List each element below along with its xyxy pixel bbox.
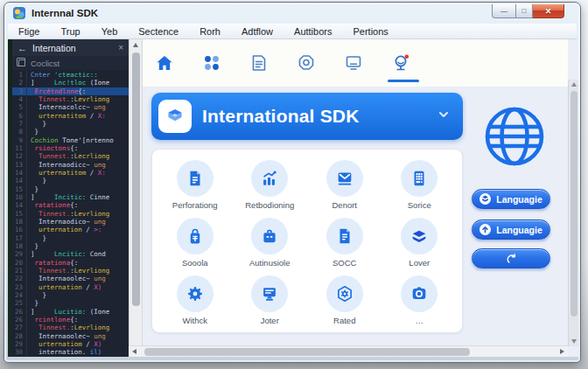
- code-text: ] Lncitic: Cond: [27, 250, 106, 258]
- refresh-button[interactable]: [472, 248, 550, 268]
- menu-pertions[interactable]: Pertions: [342, 26, 398, 37]
- language-button-1[interactable]: Languagie: [472, 189, 550, 209]
- code-line[interactable]: 12 Tunnest.:Lecrliong: [12, 152, 129, 160]
- grid-item-sooola[interactable]: Sooola: [158, 214, 233, 272]
- code-line[interactable]: 27 Tinnest.:Levrliong: [12, 324, 129, 331]
- code-line[interactable]: 6 urternatitom / X:: [12, 112, 129, 120]
- code-line-highlighted[interactable]: 3 Ercétndlnne{:: [12, 87, 129, 95]
- menu-auttibors[interactable]: Auttibors: [284, 26, 342, 37]
- back-arrow-icon[interactable]: ←: [18, 43, 27, 53]
- editor-scrollbar-thumb[interactable]: [132, 52, 140, 306]
- code-line[interactable]: 7 }: [12, 120, 129, 128]
- display-icon[interactable]: [343, 52, 364, 73]
- scroll-right-icon[interactable]: [556, 349, 568, 354]
- menu-rorh[interactable]: Rorh: [189, 26, 231, 37]
- language-button-2[interactable]: Languagie: [472, 219, 550, 240]
- code-line[interactable]: 10] Incitic: Cinne: [12, 193, 129, 201]
- code-line[interactable]: 2] Lnc!tloc (Ione: [12, 79, 129, 87]
- grid-item-joter[interactable]: Joter: [233, 271, 308, 329]
- code-line[interactable]: 14 ratatione{:: [12, 201, 129, 209]
- code-line[interactable]: 24 }: [12, 291, 129, 299]
- code-line[interactable]: 23 urternation / X): [12, 283, 129, 291]
- menu-adtflow[interactable]: Adtflow: [231, 26, 284, 37]
- title-bar[interactable]: Internnal SDK — □ ✕: [4, 3, 580, 24]
- grid-item-label: Joter: [261, 316, 279, 325]
- main-scrollbar[interactable]: [568, 80, 578, 346]
- grid-item-[interactable]: …: [382, 271, 458, 329]
- code-line[interactable]: 26 rcintlone{:: [12, 316, 129, 324]
- code-line[interactable]: 18 }: [12, 242, 129, 250]
- menu-sectence[interactable]: Sectence: [128, 26, 189, 37]
- grid-item-socc[interactable]: SOCC: [307, 214, 382, 272]
- code-line[interactable]: 8 }: [12, 128, 129, 136]
- code-line[interactable]: 15 }: [12, 185, 129, 193]
- line-number: 26: [12, 308, 27, 316]
- copy-icon[interactable]: [18, 59, 25, 66]
- editor-scrollbar[interactable]: [129, 39, 143, 357]
- apps-icon[interactable]: [201, 52, 222, 73]
- sdk-box-icon: [158, 100, 192, 133]
- code-line[interactable]: 9Cochion Tone'[nrtenno: [12, 136, 129, 144]
- code-line[interactable]: 18 Internaodico~ ung: [12, 218, 129, 226]
- grid-item-retbodioning[interactable]: Retbodioning: [233, 157, 308, 214]
- editor-tab-header[interactable]: ← Internation ×: [12, 39, 129, 56]
- document-icon: [177, 160, 214, 197]
- code-line[interactable]: 15 Tinnest.:Levrliong: [12, 210, 129, 218]
- line-number: 29: [12, 340, 27, 348]
- sdk-banner[interactable]: International SDK: [151, 93, 463, 140]
- home-icon[interactable]: [154, 52, 175, 73]
- globe-icon: [482, 104, 547, 169]
- minimize-button[interactable]: —: [492, 4, 516, 18]
- close-button[interactable]: ✕: [533, 4, 564, 18]
- code-line[interactable]: 5 Internacolcc~ ung: [12, 103, 129, 111]
- tab-close-icon[interactable]: ×: [118, 43, 123, 52]
- code-line[interactable]: 14 }: [12, 177, 129, 184]
- scroll-up-icon[interactable]: [569, 80, 578, 89]
- line-number: 14: [12, 177, 27, 184]
- code-lines[interactable]: 1Cnter 'cteactic::2] Lnc!tloc (Ione3 Erc…: [12, 71, 129, 357]
- code-line[interactable]: 21 Tinnest.:Levrliong: [12, 267, 129, 275]
- menu-trup[interactable]: Trup: [50, 26, 90, 37]
- code-line[interactable]: 13 Internaodicc~ ung: [12, 161, 129, 169]
- code-text: Tinnest.:Levrliong: [27, 210, 109, 218]
- line-number: 4: [12, 95, 27, 103]
- code-text: urternation / X): [27, 283, 102, 291]
- menu-ftige[interactable]: Ftige: [8, 26, 50, 37]
- grid-item-rated[interactable]: Rated: [307, 271, 382, 329]
- code-line[interactable]: 20 ratationa{:: [12, 259, 129, 267]
- grid-item-perforationg[interactable]: Perforationg: [158, 157, 233, 214]
- settings-octagon-icon[interactable]: [296, 52, 317, 73]
- code-text: Internacolcc~ ung: [27, 103, 106, 111]
- code-line[interactable]: 16 urternation / >:: [12, 226, 129, 233]
- grid-item-withck[interactable]: Withck: [158, 271, 233, 329]
- code-line[interactable]: 26] Lucitio: (Ione: [12, 308, 129, 316]
- code-line[interactable]: 25 }: [12, 299, 129, 307]
- menu-yeb[interactable]: Yeb: [91, 26, 129, 37]
- code-line[interactable]: 28 Internaoolec~ ung: [12, 332, 129, 340]
- code-line[interactable]: 4 Tinnest.:Levrliong: [12, 95, 129, 103]
- grid-item-autinusiole[interactable]: Autinusiole: [233, 214, 308, 272]
- grid-item-sorice[interactable]: Sorice: [382, 157, 458, 214]
- grid-item-denort[interactable]: Denort: [307, 157, 382, 214]
- code-line[interactable]: 1Cnter 'cteactic::: [12, 71, 129, 79]
- chevron-down-icon[interactable]: [437, 108, 451, 125]
- line-number: 26: [12, 316, 27, 324]
- code-line[interactable]: 11 rsioctons{:: [12, 144, 129, 152]
- code-text: Tinnest.:Levrliong: [27, 267, 109, 275]
- scroll-left-icon[interactable]: [129, 349, 140, 354]
- main-scrollbar-thumb[interactable]: [570, 91, 578, 317]
- scroll-up-icon[interactable]: [130, 39, 142, 51]
- window-title: Internnal SDK: [32, 8, 98, 18]
- code-line[interactable]: 22 Internaoolec~ ung: [12, 275, 129, 282]
- code-line[interactable]: 14 urternatitom / X:: [12, 169, 129, 177]
- grid-item-lover[interactable]: Lover: [382, 214, 458, 272]
- maximize-button[interactable]: □: [516, 4, 533, 18]
- globe-pin-icon[interactable]: [390, 52, 411, 73]
- code-line[interactable]: 17 }: [12, 234, 129, 242]
- document-icon[interactable]: [248, 52, 270, 73]
- code-line[interactable]: 29] Lncitic: Cond: [12, 250, 129, 258]
- line-number: 12: [12, 152, 27, 160]
- scroll-down-icon[interactable]: [569, 337, 578, 346]
- line-number: 1: [12, 71, 27, 79]
- code-line[interactable]: 29 urternatiom / X): [12, 340, 129, 348]
